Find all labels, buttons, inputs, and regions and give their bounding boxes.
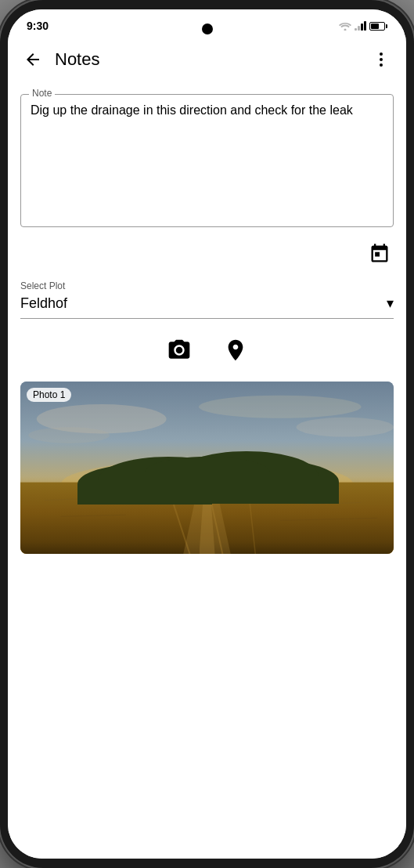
svg-point-5 xyxy=(199,396,361,418)
back-button[interactable] xyxy=(20,47,45,72)
status-icons xyxy=(339,21,387,31)
page-title: Notes xyxy=(55,49,369,70)
camera-notch xyxy=(202,24,213,34)
battery-icon xyxy=(369,22,387,31)
wifi-icon xyxy=(339,21,351,31)
calendar-row xyxy=(20,240,394,268)
camera-button[interactable] xyxy=(167,338,192,363)
svg-point-1 xyxy=(380,58,383,61)
photo-label: Photo 1 xyxy=(27,388,71,402)
svg-point-14 xyxy=(173,463,209,492)
svg-point-17 xyxy=(232,467,264,491)
landscape-svg xyxy=(20,382,394,554)
photo-container: Photo 1 xyxy=(20,382,394,554)
calendar-icon xyxy=(369,243,391,265)
camera-icon xyxy=(167,338,192,363)
back-arrow-icon xyxy=(23,50,42,69)
svg-point-19 xyxy=(145,474,164,490)
svg-point-2 xyxy=(380,63,383,67)
note-field-container: Note xyxy=(20,94,394,227)
svg-rect-21 xyxy=(189,484,192,490)
svg-point-7 xyxy=(297,418,394,437)
more-menu-button[interactable] xyxy=(369,47,394,72)
select-plot-value: Feldhof xyxy=(20,295,67,312)
main-content: Note Select Plot Feldhof ▾ xyxy=(8,81,406,859)
more-vert-icon xyxy=(372,50,391,69)
status-time: 9:30 xyxy=(27,20,49,32)
svg-point-6 xyxy=(28,427,110,443)
svg-point-0 xyxy=(380,52,383,56)
svg-point-13 xyxy=(182,456,231,492)
svg-rect-9 xyxy=(20,483,394,554)
dropdown-arrow-icon: ▾ xyxy=(387,295,394,312)
action-icons-row xyxy=(20,331,394,369)
signal-icon xyxy=(355,21,366,31)
status-bar: 9:30 xyxy=(8,9,406,38)
svg-point-18 xyxy=(253,471,275,490)
app-bar: Notes xyxy=(8,38,406,81)
select-plot-container: Select Plot Feldhof ▾ xyxy=(20,280,394,319)
phone-screen: 9:30 xyxy=(8,9,406,859)
photo-landscape xyxy=(20,382,394,554)
note-textarea[interactable] xyxy=(31,101,383,211)
svg-rect-20 xyxy=(205,483,208,489)
location-pin-icon xyxy=(223,338,248,363)
calendar-button[interactable] xyxy=(365,240,394,268)
select-plot-label: Select Plot xyxy=(20,280,394,291)
svg-point-15 xyxy=(207,460,248,492)
phone-frame: 9:30 xyxy=(0,0,414,868)
note-label: Note xyxy=(29,88,55,99)
location-button[interactable] xyxy=(223,338,248,363)
select-plot-dropdown[interactable]: Feldhof ▾ xyxy=(20,295,394,312)
